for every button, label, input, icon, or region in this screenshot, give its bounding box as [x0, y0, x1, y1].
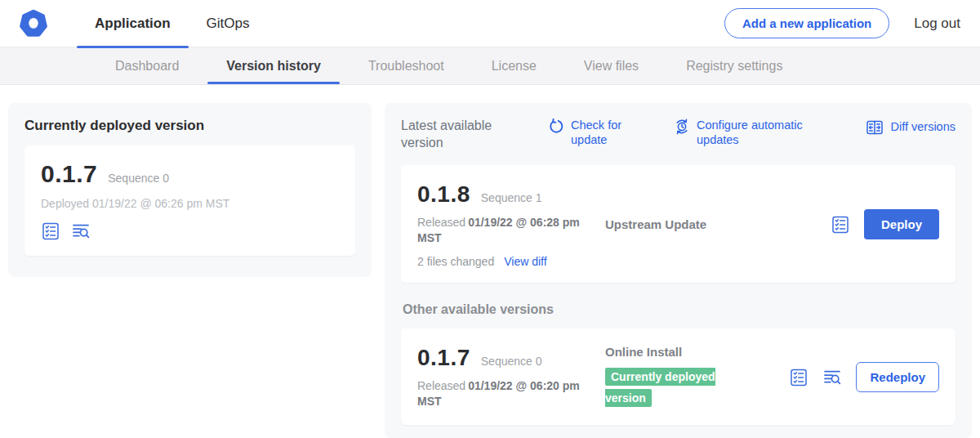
tab-application-label: Application [95, 16, 171, 32]
latest-version-card: 0.1.8 Sequence 1 Released01/19/22 @ 06:2… [401, 165, 956, 283]
deployed-timestamp: Deployed 01/19/22 @ 06:26 pm MST [41, 197, 339, 210]
latest-sequence-label: Sequence 1 [481, 191, 542, 204]
latest-available-title: Latest available version [401, 118, 509, 152]
tab-gitops[interactable]: GitOps [189, 0, 268, 47]
tab-application[interactable]: Application [77, 0, 189, 47]
other-sequence-label: Sequence 0 [481, 355, 542, 368]
currently-deployed-title: Currently deployed version [24, 118, 355, 134]
subnav-view-files[interactable]: View files [560, 47, 662, 84]
other-version-info: 0.1.7 Sequence 0 Released01/19/22 @ 06:2… [417, 345, 604, 410]
diff-versions-button[interactable]: Diff versions [866, 118, 956, 136]
schedule-icon [674, 118, 690, 135]
subnav-troubleshoot[interactable]: Troubleshoot [345, 47, 468, 84]
other-version-source: Online Install Currently deployed versio… [604, 345, 789, 410]
view-logs-icon[interactable] [71, 221, 91, 241]
latest-version-source: Upstream Update [604, 181, 831, 268]
check-for-update-label: Check for update [571, 118, 636, 147]
other-version-number: 0.1.7 [417, 345, 470, 371]
add-application-button[interactable]: Add a new application [724, 8, 889, 38]
latest-version-actions: Deploy [831, 181, 939, 268]
view-logs-icon[interactable] [822, 368, 842, 387]
deploy-button[interactable]: Deploy [864, 209, 939, 239]
other-version-card: 0.1.7 Sequence 0 Released01/19/22 @ 06:2… [401, 328, 956, 425]
preflight-checklist-icon[interactable] [789, 368, 808, 387]
other-version-actions: Redeploy [789, 345, 939, 410]
deployed-version-card: 0.1.7 Sequence 0 Deployed 01/19/22 @ 06:… [24, 145, 355, 256]
currently-deployed-badge: Currently deployed version [605, 368, 715, 407]
configure-automatic-updates-label: Configure automatic updates [697, 118, 826, 147]
subnav-version-history[interactable]: Version history [203, 47, 345, 84]
latest-version-info: 0.1.8 Sequence 1 Released01/19/22 @ 06:2… [417, 181, 604, 268]
subnav-registry-settings[interactable]: Registry settings [662, 47, 806, 84]
upstream-update-label: Upstream Update [605, 217, 706, 231]
redeploy-button[interactable]: Redeploy [856, 362, 939, 392]
files-changed-label: 2 files changed [417, 255, 494, 268]
preflight-checklist-icon[interactable] [831, 215, 850, 235]
topbar-right: Add a new application Log out [724, 8, 960, 38]
check-for-update-button[interactable]: Check for update [548, 118, 636, 147]
logout-link[interactable]: Log out [914, 16, 960, 32]
configure-automatic-updates-button[interactable]: Configure automatic updates [674, 118, 826, 147]
diff-icon [866, 118, 884, 136]
tab-gitops-label: GitOps [207, 16, 250, 32]
diff-versions-label: Diff versions [890, 119, 956, 134]
view-diff-link[interactable]: View diff [504, 255, 546, 268]
refresh-icon [548, 118, 564, 135]
app-subnav: Dashboard Version history Troubleshoot L… [0, 47, 980, 85]
online-install-label: Online Install [605, 345, 789, 359]
deployed-sequence-label: Sequence 0 [108, 172, 169, 185]
subnav-dashboard[interactable]: Dashboard [91, 47, 203, 84]
preflight-checklist-icon[interactable] [41, 221, 60, 241]
main-content: Currently deployed version 0.1.7 Sequenc… [0, 85, 980, 438]
top-bar: Application GitOps Add a new application… [0, 0, 980, 47]
released-prefix: Released [417, 379, 466, 392]
latest-released-line: Released01/19/22 @ 06:28 pm MST [417, 215, 604, 247]
other-available-versions-title: Other available versions [403, 302, 956, 317]
deployed-version-number: 0.1.7 [41, 160, 97, 188]
currently-deployed-panel: Currently deployed version 0.1.7 Sequenc… [8, 103, 372, 277]
released-prefix: Released [417, 216, 466, 229]
app-logo-icon [18, 8, 49, 39]
other-released-line: Released01/19/22 @ 06:20 pm MST [417, 378, 604, 410]
latest-version-number: 0.1.8 [417, 181, 470, 208]
available-versions-panel: Latest available version Check for updat… [385, 103, 972, 438]
available-header: Latest available version Check for updat… [401, 118, 956, 152]
top-tabs: Application GitOps [77, 0, 267, 47]
subnav-license[interactable]: License [468, 47, 560, 84]
